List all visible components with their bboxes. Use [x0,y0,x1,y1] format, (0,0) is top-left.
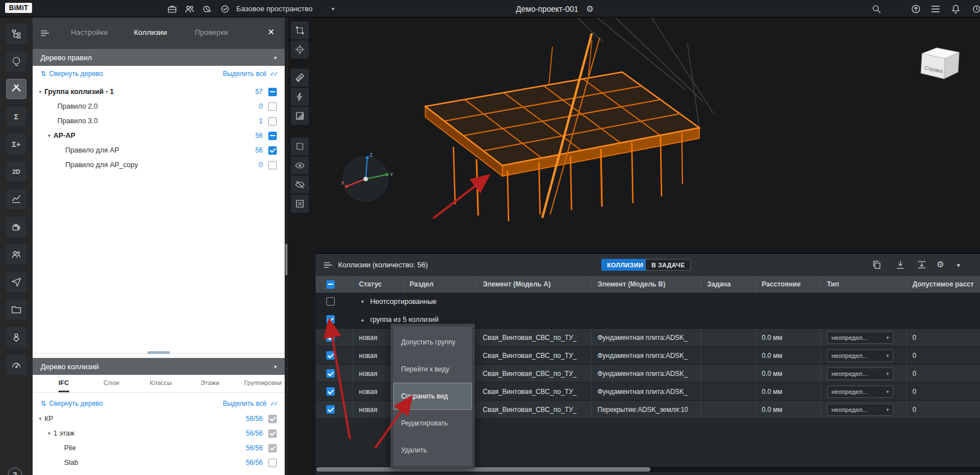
select-all-link[interactable]: Выделить всё [223,400,267,407]
type-dropdown[interactable]: неопредел...▾ [827,349,893,362]
collisions-toggle-button[interactable]: КОЛЛИЗИИ [601,259,649,271]
header-cell[interactable]: Раздел [404,276,477,293]
subtab-layers[interactable]: Слои [104,379,119,391]
row-checkbox[interactable] [326,387,335,396]
shared-folder-icon[interactable] [6,299,26,320]
publish-icon[interactable] [6,272,26,292]
header-cell[interactable]: Элемент (Модель А) [477,276,592,293]
section-box-tool-icon[interactable] [291,107,309,125]
header-cell[interactable]: Элемент (Модель B) [592,276,702,293]
duplicate-icon[interactable] [871,259,883,271]
menu-item-go-to-view[interactable]: Перейти к виду [393,356,472,383]
clip-tool-icon[interactable] [291,88,309,106]
group-checkbox-empty[interactable] [326,297,335,306]
expand-arrow-icon[interactable]: ▾ [45,133,53,138]
history-icon[interactable] [971,3,980,15]
model-tree-icon[interactable] [6,24,26,44]
vertical-scrollbar-thumb[interactable] [285,244,287,275]
menu-item-delete[interactable]: Удалить [393,437,472,464]
team-icon[interactable] [184,3,195,15]
tab-settings[interactable]: Настройки [71,28,108,37]
tree-checkbox-empty[interactable] [268,117,277,126]
tree-checkbox-empty[interactable] [268,459,277,467]
clash-detection-icon[interactable] [6,79,26,99]
plugins-icon[interactable] [6,217,26,237]
group-row-unsorted[interactable]: ▾ Неотсортированные [316,293,980,311]
clear-selection-tool-icon[interactable] [291,195,309,213]
collisions-tree-header[interactable]: Дерево коллизий ▾ [33,358,285,375]
tree-checkbox-empty[interactable] [268,161,277,169]
dashboard-gauge-icon[interactable] [6,355,26,375]
tree-item[interactable]: Правило 2.0 0 [33,99,285,114]
select-all-link[interactable]: Выделить всё [223,70,267,78]
row-checkbox[interactable] [326,405,335,414]
collapse-tree-link[interactable]: Свернуть дерево [49,70,103,78]
expand-arrow-icon[interactable]: ▾ [45,431,53,436]
expand-arrow-icon[interactable]: ▾ [36,416,44,422]
tree-item[interactable]: ▾ Группа коллизий - 1 57 [33,84,285,99]
group-collapse-icon[interactable]: ▴ [361,317,364,322]
table-menu-icon[interactable] [322,259,334,271]
tree-item[interactable]: Slab 56/56 [33,455,285,470]
subtab-groupings[interactable]: Группировки [244,379,282,391]
tree-item[interactable]: ▾ АР-АР 56 [33,128,285,143]
collapse-section-icon[interactable]: ▾ [274,364,277,370]
menu-list-icon[interactable] [930,3,941,15]
menu-item-save-view[interactable]: Сохранить вид [393,383,472,410]
workspace-dropdown[interactable]: Базовое пространство ▾ [236,0,335,17]
cell-allowed-distance[interactable]: 0 [907,383,980,400]
cell-allowed-distance[interactable]: 0 [907,401,980,418]
publish-circle-icon[interactable] [910,3,921,15]
tree-item[interactable]: Правило для АР 56 [33,143,285,158]
tab-checks[interactable]: Проверки [195,28,228,37]
tree-item[interactable]: Pile 56/56 [33,441,285,455]
model-wireframe[interactable] [425,33,699,221]
type-dropdown[interactable]: неопредел...▾ [827,331,893,344]
tree-item[interactable]: Правило 3.0 1 [33,114,285,128]
row-checkbox[interactable] [326,351,335,360]
tree-checkbox-checked[interactable] [268,415,277,423]
panel-menu-icon[interactable] [39,28,51,39]
isolate-tool-icon[interactable] [291,137,309,155]
cell-allowed-distance[interactable]: 0 [907,347,980,364]
select-all-checkbox[interactable] [326,280,335,289]
2d-view-icon[interactable]: 2D [6,162,26,182]
tree-checkbox-indeterminate[interactable] [268,88,277,96]
graphs-icon[interactable] [6,189,26,209]
type-dropdown[interactable]: неопредел...▾ [827,386,893,398]
projects-icon[interactable] [167,3,178,15]
users-icon[interactable] [6,244,26,265]
view-cube[interactable]: Справа [921,48,959,79]
tree-item[interactable]: ▾ КР 56/56 [33,411,285,426]
close-panel-icon[interactable]: ✕ [267,27,275,37]
tree-checkbox-checked[interactable] [268,444,277,452]
group-expand-icon[interactable]: ▾ [361,299,364,304]
navigation-gizmo[interactable]: X Y Z [341,152,393,201]
hide-tool-icon[interactable] [291,176,309,194]
menu-item-edit[interactable]: Редактировать [393,410,472,437]
help-button[interactable]: ? [8,468,22,475]
sum-icon[interactable]: Σ [6,106,26,127]
subtab-ifc[interactable]: IFC [59,379,69,392]
import-icon[interactable] [895,259,906,271]
table-settings-icon[interactable]: ⚙ [937,259,948,271]
horizontal-scrollbar-thumb[interactable] [316,467,650,472]
frame-select-tool-icon[interactable] [291,21,309,39]
focus-tool-icon[interactable] [291,41,309,59]
splitter-handle[interactable] [147,351,170,354]
header-cell[interactable]: Статус [353,276,404,293]
rules-tree-header[interactable]: Дерево правил ▾ [33,49,285,66]
project-settings-icon[interactable]: ⚙ [586,4,594,14]
distribute-icon[interactable] [916,259,928,271]
tree-checkbox-checked[interactable] [268,146,277,155]
subtab-floors[interactable]: Этажи [200,379,219,391]
tree-checkbox-indeterminate[interactable] [268,132,277,140]
tree-checkbox-checked[interactable] [268,429,277,438]
lasso-select-icon[interactable] [6,51,26,71]
cell-allowed-distance[interactable]: 0 [907,329,980,346]
cell-allowed-distance[interactable]: 0 [907,365,980,382]
tasks-check-icon[interactable] [219,3,231,15]
type-dropdown[interactable]: неопредел...▾ [827,368,893,380]
app-logo[interactable]: BiMiT [5,3,32,13]
collapse-table-icon[interactable]: ▾ [957,259,968,271]
